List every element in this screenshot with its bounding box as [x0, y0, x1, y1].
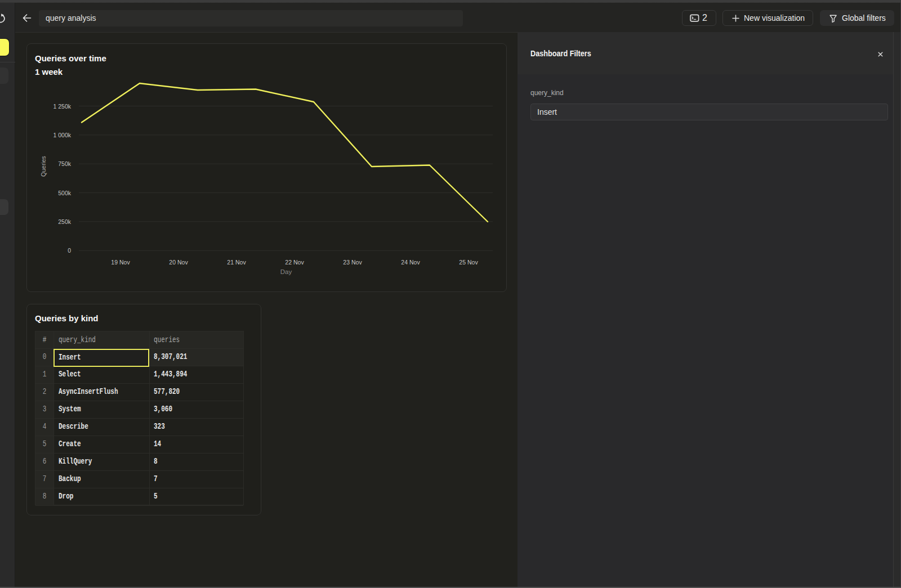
svg-text:19 Nov: 19 Nov: [111, 259, 130, 266]
svg-text:1 000k: 1 000k: [53, 132, 71, 138]
svg-text:Day: Day: [280, 268, 292, 275]
svg-text:22 Nov: 22 Nov: [285, 259, 304, 266]
svg-text:250k: 250k: [58, 218, 72, 225]
svg-text:23 Nov: 23 Nov: [343, 259, 362, 266]
svg-text:25 Nov: 25 Nov: [459, 259, 478, 266]
svg-text:20 Nov: 20 Nov: [169, 259, 188, 266]
svg-text:0: 0: [68, 247, 71, 254]
svg-text:750k: 750k: [58, 160, 72, 167]
svg-text:Queries: Queries: [40, 156, 47, 177]
svg-text:500k: 500k: [58, 190, 72, 196]
svg-text:24 Nov: 24 Nov: [401, 259, 420, 266]
svg-text:21 Nov: 21 Nov: [227, 259, 246, 266]
svg-text:1 250k: 1 250k: [53, 103, 71, 110]
